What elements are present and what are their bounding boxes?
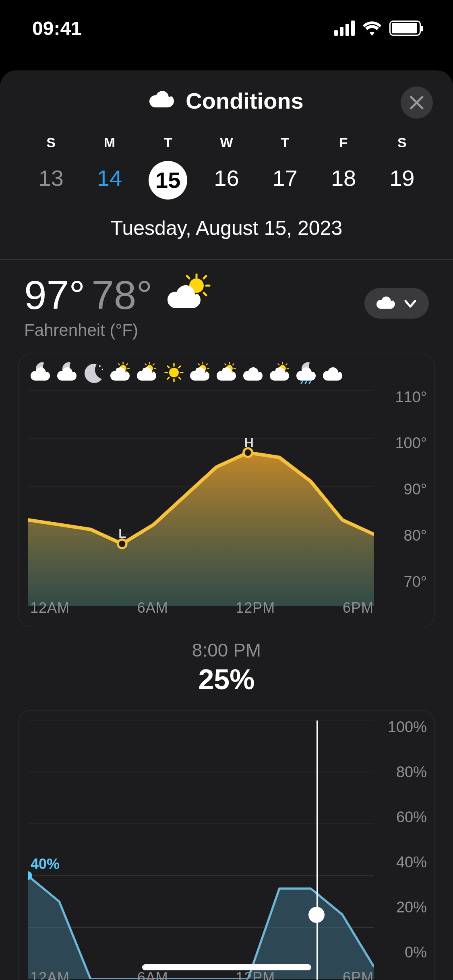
y-tick: 80° xyxy=(395,527,427,544)
day-column[interactable]: W16 xyxy=(197,135,256,200)
svg-line-60 xyxy=(286,364,287,365)
svg-line-4 xyxy=(204,293,206,295)
rain-moon-icon xyxy=(294,361,320,384)
wifi-icon xyxy=(362,21,382,36)
x-tick: 6PM xyxy=(343,969,374,980)
svg-line-22 xyxy=(145,364,146,365)
day-column[interactable]: S19 xyxy=(373,135,431,200)
day-column[interactable]: T17 xyxy=(256,135,314,200)
cloud-moon-icon xyxy=(54,361,81,384)
x-tick: 12AM xyxy=(30,969,70,980)
svg-line-5 xyxy=(187,276,189,278)
cloud-sun-icon xyxy=(187,361,214,384)
x-tick: 12PM xyxy=(236,599,275,616)
cloud-icon xyxy=(240,361,267,384)
day-number: 19 xyxy=(373,165,431,191)
x-tick: 12AM xyxy=(30,599,70,616)
y-tick: 110° xyxy=(395,389,427,406)
temperature-summary: 97° 78° Fahr xyxy=(0,260,453,340)
day-of-week-label: T xyxy=(256,135,314,150)
first-point-label: 40% xyxy=(31,856,60,873)
temperature-chart-card[interactable]: 110°100°90°80°70° 12AM6AM12PM6PM LH xyxy=(19,354,434,627)
home-indicator[interactable] xyxy=(142,964,311,970)
cellular-signal-icon xyxy=(334,21,355,36)
day-of-week-label: W xyxy=(197,135,256,150)
y-tick: 40% xyxy=(388,854,427,871)
high-temp: 97° xyxy=(24,272,85,318)
day-column[interactable]: T15 xyxy=(139,135,197,200)
y-tick: 100° xyxy=(395,434,427,452)
percent-y-axis: 100%80%60%40%20%0% xyxy=(388,719,427,961)
sun-icon xyxy=(161,361,187,384)
chart-cursor-line[interactable] xyxy=(316,721,318,980)
low-temp: 78° xyxy=(91,272,152,318)
day-number: 13 xyxy=(22,165,80,191)
cloud-sun-icon xyxy=(134,361,161,384)
selected-value: 25% xyxy=(0,663,453,696)
svg-line-32 xyxy=(179,377,180,379)
y-tick: 0% xyxy=(388,944,427,961)
chart-marker-H: H xyxy=(244,435,254,450)
conditions-percent-chart-card[interactable]: 100%80%60%40%20%0% 12AM6AM12PM6PM 40% xyxy=(19,710,434,980)
temperature-chart xyxy=(28,390,374,606)
x-tick: 12PM xyxy=(236,969,275,980)
day-of-week-label: F xyxy=(314,135,372,150)
svg-line-63 xyxy=(305,381,307,384)
day-of-week-label: S xyxy=(22,135,80,150)
svg-line-31 xyxy=(168,366,169,368)
y-tick: 80% xyxy=(388,764,427,781)
day-column[interactable]: S13 xyxy=(22,135,80,200)
x-tick: 6AM xyxy=(137,969,168,980)
cloud-sun-icon xyxy=(267,361,294,384)
day-number: 17 xyxy=(256,165,314,191)
conditions-percent-chart xyxy=(28,720,374,979)
y-tick: 90° xyxy=(395,481,427,498)
day-number: 18 xyxy=(314,165,372,191)
cloud-icon xyxy=(149,88,175,114)
cloud-icon xyxy=(320,361,347,384)
chart-cursor-dot[interactable] xyxy=(308,907,325,923)
y-tick: 60% xyxy=(388,809,427,826)
conditions-sheet: Conditions S13M14T15W16T17F18S19 Tuesday… xyxy=(0,70,453,980)
unit-label: Fahrenheit (°F) xyxy=(24,321,429,340)
svg-line-33 xyxy=(179,366,180,368)
day-of-week-label: S xyxy=(373,135,431,150)
y-tick: 100% xyxy=(388,719,427,736)
sheet-header: Conditions xyxy=(0,70,453,131)
full-date-label: Tuesday, August 15, 2023 xyxy=(0,216,453,240)
day-column[interactable]: F18 xyxy=(314,135,372,200)
svg-line-40 xyxy=(198,364,199,365)
svg-line-15 xyxy=(126,364,128,365)
svg-line-62 xyxy=(301,381,303,384)
svg-line-24 xyxy=(153,364,154,365)
status-bar: 09:41 xyxy=(0,0,453,56)
cloud-sun-icon xyxy=(214,361,240,384)
x-tick: 6PM xyxy=(343,599,374,616)
day-number: 14 xyxy=(80,165,139,191)
selected-time-readout: 8:00 PM 25% xyxy=(0,639,453,696)
svg-line-3 xyxy=(204,276,206,278)
temperature-y-axis: 110°100°90°80°70° xyxy=(395,389,427,591)
selected-time: 8:00 PM xyxy=(0,639,453,661)
svg-point-6 xyxy=(99,365,101,367)
hourly-conditions-icons xyxy=(19,354,434,384)
status-right xyxy=(334,21,421,36)
partly-cloudy-icon xyxy=(159,278,211,311)
day-column[interactable]: M14 xyxy=(80,135,139,200)
cloud-moon-icon xyxy=(28,361,54,384)
y-tick: 20% xyxy=(388,899,427,916)
chevron-down-icon xyxy=(403,296,418,311)
conditions-selector-pill[interactable] xyxy=(364,288,429,319)
day-selector-row: S13M14T15W16T17F18S19 xyxy=(0,135,453,200)
day-number: 15 xyxy=(149,161,187,200)
svg-line-64 xyxy=(309,381,311,384)
close-button[interactable] xyxy=(401,86,433,119)
day-number: 16 xyxy=(197,165,256,191)
battery-icon xyxy=(389,21,421,36)
chart-marker-L: L xyxy=(118,526,126,541)
sheet-title: Conditions xyxy=(149,88,303,114)
svg-line-49 xyxy=(225,364,226,365)
cloud-sun-icon xyxy=(108,361,134,384)
percent-x-axis: 12AM6AM12PM6PM xyxy=(30,969,374,980)
svg-line-58 xyxy=(278,364,279,365)
